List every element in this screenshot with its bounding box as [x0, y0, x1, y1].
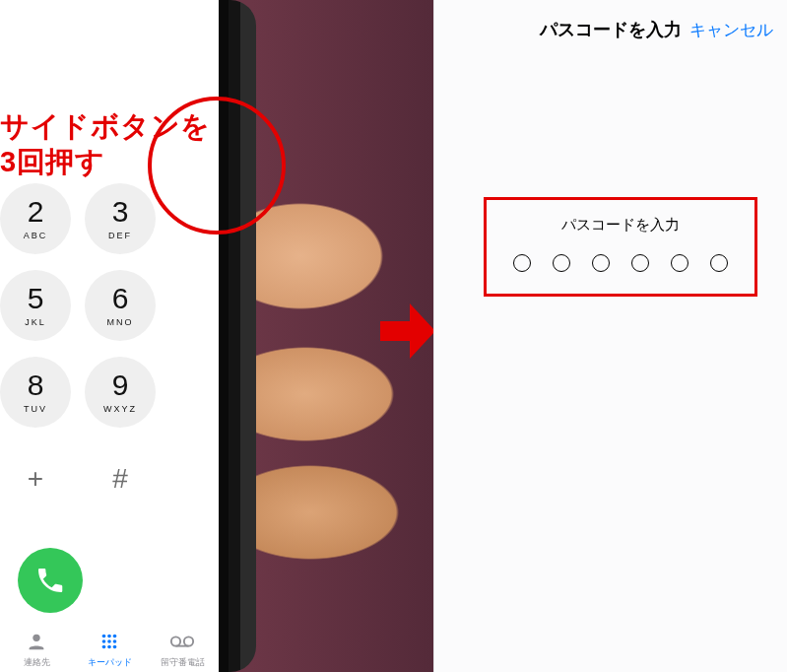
svg-point-8 — [107, 645, 111, 649]
key-9[interactable]: 9WXYZ — [85, 357, 156, 428]
key-hash[interactable]: # — [85, 443, 156, 514]
passcode-dot — [553, 254, 570, 272]
side-button-highlight — [148, 97, 286, 235]
svg-point-10 — [171, 637, 180, 645]
key-digit: 2 — [28, 197, 44, 227]
svg-point-0 — [33, 635, 39, 641]
svg-point-5 — [107, 639, 111, 643]
key-5[interactable]: 5JKL — [0, 270, 71, 341]
keypad-icon — [98, 631, 120, 652]
key-letters: DEF — [108, 231, 132, 240]
tab-keypad[interactable]: キーパッド — [73, 631, 146, 672]
key-digit: 3 — [112, 197, 129, 227]
passcode-dot — [592, 254, 610, 272]
voicemail-icon — [169, 631, 195, 652]
person-icon — [26, 631, 47, 652]
passcode-screen: パスコードを入力 キャンセル パスコードを入力 — [433, 0, 787, 672]
key-8[interactable]: 8TUV — [0, 357, 71, 428]
tab-contacts[interactable]: 連絡先 — [0, 631, 73, 672]
key-row: 8TUV 9WXYZ — [0, 357, 219, 428]
key-letters: JKL — [25, 317, 46, 327]
key-digit: # — [112, 465, 128, 493]
svg-point-1 — [102, 635, 106, 638]
key-letters: WXYZ — [103, 404, 137, 414]
tab-voicemail[interactable]: 留守番電話 — [146, 631, 219, 672]
nav-bar: パスコードを入力 キャンセル — [434, 0, 787, 59]
passcode-prompt: パスコードを入力 — [496, 216, 745, 235]
key-3[interactable]: 3DEF — [85, 183, 156, 254]
key-6[interactable]: 6MNO — [85, 270, 156, 341]
key-plus[interactable]: + — [0, 443, 71, 514]
key-digit: 8 — [28, 370, 44, 400]
call-button[interactable] — [18, 548, 83, 613]
tab-label: キーパッド — [88, 656, 132, 669]
cancel-button[interactable]: キャンセル — [689, 19, 773, 41]
arrow-right-icon — [380, 298, 435, 365]
svg-point-7 — [102, 645, 106, 649]
svg-point-6 — [113, 639, 117, 643]
tab-label: 留守番電話 — [161, 656, 205, 669]
nav-title: パスコードを入力 — [540, 18, 682, 41]
keypad-grid: 2ABC 3DEF 5JKL 6MNO 8TUV 9WXYZ + # — [0, 183, 219, 530]
key-letters: ABC — [24, 231, 48, 240]
passcode-dot — [513, 254, 531, 272]
svg-point-3 — [113, 635, 117, 638]
tab-bar: 連絡先 キーパッド 留守番電話 — [0, 631, 219, 672]
key-digit: 6 — [112, 284, 129, 313]
keypad-screen: 2ABC 3DEF 5JKL 6MNO 8TUV 9WXYZ + # 連絡先 — [0, 0, 219, 672]
key-digit: + — [28, 465, 43, 493]
svg-point-11 — [184, 637, 193, 645]
key-digit: 9 — [112, 370, 129, 400]
passcode-dots — [496, 254, 745, 272]
svg-point-9 — [113, 645, 117, 649]
passcode-dot — [631, 254, 649, 272]
key-row: 5JKL 6MNO — [0, 270, 219, 341]
key-letters: TUV — [24, 404, 47, 414]
tab-label: 連絡先 — [24, 656, 50, 669]
key-row: + # — [0, 443, 219, 514]
passcode-dot — [710, 254, 728, 272]
phone-icon — [34, 565, 66, 596]
svg-point-4 — [102, 639, 106, 643]
key-letters: MNO — [107, 317, 134, 327]
svg-point-2 — [107, 635, 111, 638]
key-digit: 5 — [28, 284, 44, 313]
stage: 2ABC 3DEF 5JKL 6MNO 8TUV 9WXYZ + # 連絡先 — [0, 0, 787, 672]
passcode-dot — [671, 254, 689, 272]
passcode-box: パスコードを入力 — [484, 197, 757, 297]
key-2[interactable]: 2ABC — [0, 183, 71, 254]
